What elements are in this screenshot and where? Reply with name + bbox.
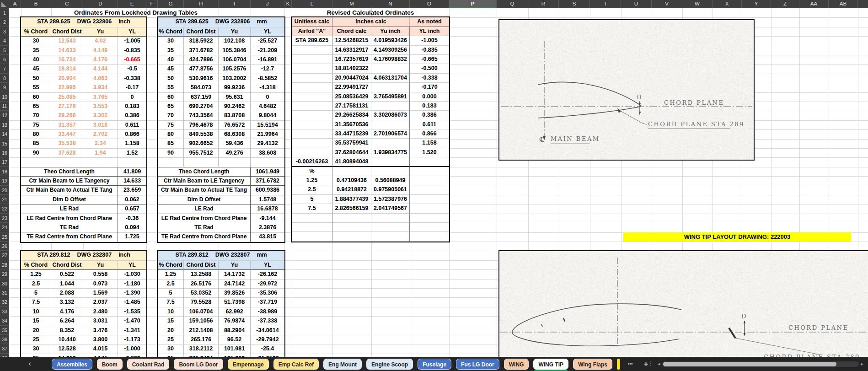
cell[interactable]: 99.9236 xyxy=(219,83,251,92)
cell[interactable]: 2.701906574 xyxy=(371,129,410,139)
cell[interactable]: 20 xyxy=(158,326,184,335)
column-label[interactable]: Chord Dist xyxy=(51,27,83,37)
cell[interactable] xyxy=(410,176,449,185)
cell[interactable]: 15 xyxy=(158,317,184,326)
column-header-C[interactable]: C xyxy=(51,0,83,8)
cell[interactable]: 8.352 xyxy=(51,326,83,335)
cell[interactable]: 49.276 xyxy=(219,149,251,158)
column-header-M[interactable]: M xyxy=(332,0,371,8)
cell[interactable]: 796.4678 xyxy=(184,121,219,130)
sheet-tab-empennage[interactable]: Empennage xyxy=(228,359,269,370)
cell[interactable]: LE Rad xyxy=(158,204,251,214)
cell[interactable]: 0.386 xyxy=(118,111,146,120)
cell[interactable]: -0.835 xyxy=(118,46,146,55)
cell[interactable] xyxy=(292,74,332,83)
cell[interactable] xyxy=(410,223,449,232)
table-title-row[interactable]: STA 289.625DWG 232806inch xyxy=(21,17,146,27)
cell[interactable] xyxy=(332,232,371,241)
cell[interactable]: 80 xyxy=(21,130,51,139)
cell[interactable]: 68.6308 xyxy=(219,130,251,139)
cell[interactable]: 1.52 xyxy=(118,149,146,158)
cell[interactable]: 35.538 xyxy=(51,139,83,148)
cell[interactable]: 33.447 xyxy=(51,130,83,139)
cell[interactable]: 1.25 xyxy=(292,176,332,185)
row-header-5[interactable]: 5 xyxy=(0,46,9,55)
cell[interactable]: 55 xyxy=(21,83,51,92)
cell[interactable]: 159.1056 xyxy=(184,317,219,326)
cell[interactable]: 2.088 xyxy=(51,289,83,298)
cell[interactable]: 7.5 xyxy=(292,204,332,213)
cell[interactable]: 35.53759941 xyxy=(332,139,371,148)
cell[interactable]: -0.36 xyxy=(118,214,146,223)
cell[interactable]: -38.989 xyxy=(251,307,284,317)
sheet-tab-coolant-rad[interactable]: Coolant Rad xyxy=(127,359,170,370)
row-header-29[interactable]: 29 xyxy=(0,269,9,279)
cell[interactable]: -26.162 xyxy=(251,270,284,279)
cell[interactable]: 1.572387976 xyxy=(371,195,410,204)
column-header-D[interactable]: D xyxy=(83,0,118,8)
cell[interactable]: 265.176 xyxy=(184,335,219,344)
cell[interactable]: 26.5176 xyxy=(184,280,219,289)
column-label[interactable]: Yu inch xyxy=(371,27,410,36)
tab-scroll-handle-icon[interactable]: ⋮ xyxy=(648,360,654,366)
row-header-20[interactable]: 20 xyxy=(0,186,9,195)
column-header-AB[interactable]: AB xyxy=(829,0,858,8)
cell[interactable]: 1061.949 xyxy=(251,167,284,177)
cell[interactable]: 4.063131704 xyxy=(371,74,410,83)
cell[interactable]: -0.5 xyxy=(118,65,146,74)
cell[interactable]: 65 xyxy=(21,102,51,111)
row-header-38[interactable]: 38 xyxy=(0,354,9,357)
cell[interactable]: 14.633 xyxy=(51,46,83,55)
cell[interactable]: 105.3846 xyxy=(219,46,251,55)
cell[interactable]: 1.939834775 xyxy=(371,148,410,157)
sheet-tab-boom-lg-door[interactable]: Boom LG Door xyxy=(174,359,223,370)
cell[interactable]: 55 xyxy=(158,83,184,92)
cell[interactable]: 95.631 xyxy=(219,93,251,102)
drawing-leading-edge-scan[interactable]: D CHORD PLANE CHORD PLANE STA 289 xyxy=(498,250,868,357)
scroll-right-icon[interactable]: ▸ xyxy=(861,361,863,367)
cell[interactable] xyxy=(332,167,371,176)
cell[interactable]: -9.144 xyxy=(251,214,284,223)
cell[interactable] xyxy=(292,83,332,92)
column-label[interactable]: Chord calc xyxy=(332,27,371,36)
sheet-tab-engine-scoop[interactable]: Engine Scoop xyxy=(366,359,413,370)
drawing-trailing-edge-scan[interactable]: D CHORD PLANE CHORD PLANE STA 289 ℄ MAIN… xyxy=(498,19,755,161)
cell[interactable]: 2.826566159 xyxy=(332,204,371,213)
more-sheets-button[interactable]: ••• xyxy=(625,358,636,370)
cell[interactable]: -0.00216263 xyxy=(292,157,332,167)
cell[interactable]: 4.019593426 xyxy=(371,36,410,45)
scrollbar-thumb[interactable] xyxy=(663,362,836,366)
column-header-A[interactable]: A xyxy=(9,0,21,8)
cell[interactable]: 40 xyxy=(21,55,51,65)
row-header-4[interactable]: 4 xyxy=(0,36,9,45)
cell[interactable]: 3.476 xyxy=(83,326,118,335)
row-header-9[interactable]: 9 xyxy=(0,83,9,92)
row-header-13[interactable]: 13 xyxy=(0,120,9,129)
cell[interactable]: 0.000 xyxy=(410,92,449,102)
cell[interactable]: 7.5 xyxy=(158,298,184,307)
table-title-row[interactable]: STA 289.812DWG 232807inch xyxy=(21,251,146,260)
column-header-N[interactable]: N xyxy=(371,0,410,8)
row-header-15[interactable]: 15 xyxy=(0,139,9,148)
cell[interactable]: Ctr Main Beam to Actual TE Tang xyxy=(21,186,118,195)
cell[interactable]: 60 xyxy=(158,93,184,102)
cell[interactable]: 76.9874 xyxy=(219,317,251,326)
cell[interactable]: 90.2462 xyxy=(219,102,251,111)
cell[interactable]: STA 289.625 xyxy=(292,36,332,45)
cell[interactable]: 3.800 xyxy=(83,335,118,344)
cell[interactable]: 20.90447024 xyxy=(332,74,371,83)
scrollbar-track[interactable] xyxy=(662,361,859,367)
cell[interactable]: 212.1408 xyxy=(184,326,219,335)
cell[interactable]: 4.02 xyxy=(83,37,118,46)
cell[interactable]: Ctr Main Beam to LE Tangency xyxy=(21,177,118,186)
cell[interactable]: 15.5194 xyxy=(251,121,284,130)
cell[interactable]: 0.975905061 xyxy=(371,185,410,194)
title-ordinates-from-lockheed[interactable]: Ordinates From Lockheed Drawing Tables xyxy=(21,8,251,17)
cell[interactable]: 14.63312917 xyxy=(332,46,371,55)
cell[interactable] xyxy=(158,158,184,167)
cell[interactable]: 637.159 xyxy=(184,93,219,102)
cell[interactable]: 2.5 xyxy=(292,185,332,194)
cell[interactable]: -34.0614 xyxy=(251,326,284,335)
row-header-27[interactable]: 27 xyxy=(0,251,9,260)
cell[interactable]: 105.2576 xyxy=(219,65,251,74)
